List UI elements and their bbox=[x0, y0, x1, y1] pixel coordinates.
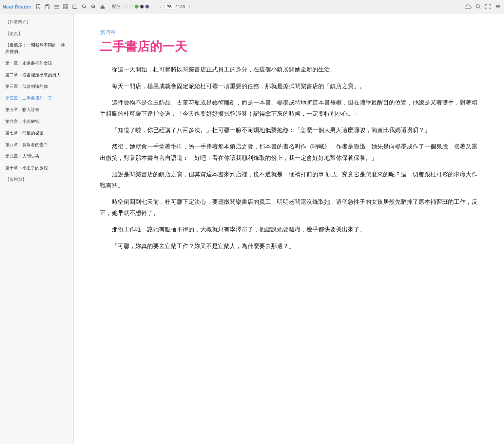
paragraph-3: 「知道了啦，你已經講了八百多次。」杜可馨一臉不耐煩地低聲抱怨：「怎麼一個大男人這… bbox=[100, 125, 478, 136]
color-section bbox=[124, 5, 149, 9]
color-light[interactable] bbox=[129, 5, 133, 9]
chapter-title: 二手書店的一天 bbox=[100, 39, 478, 55]
bookmark-icon[interactable] bbox=[35, 3, 42, 10]
svg-point-19 bbox=[476, 5, 479, 8]
color-white[interactable] bbox=[124, 5, 128, 9]
sidebar-item-colorful[interactable]: 【彩頁】 bbox=[0, 28, 73, 40]
svg-line-12 bbox=[85, 8, 86, 9]
svg-line-14 bbox=[94, 8, 95, 9]
sidebar-item-ch3[interactable]: 第三章：似曾相識的你 bbox=[0, 81, 73, 92]
search-toolbar-icon[interactable] bbox=[475, 3, 482, 10]
svg-rect-7 bbox=[64, 7, 65, 9]
paragraph-0: 從這一天開始，杜可馨將以閱樂書店正式員工的身分，在這個小鎮展開她全新的生活。 bbox=[100, 64, 478, 75]
sidebar-item-ch1[interactable]: 第一章：走進書裡的女孩 bbox=[0, 57, 73, 69]
toolbar-separator-1 bbox=[109, 4, 109, 10]
svg-rect-8 bbox=[66, 7, 68, 9]
color-dark[interactable] bbox=[140, 5, 144, 9]
chapter-label: 第四章 bbox=[100, 29, 478, 36]
paragraph-2: 這件寶物不是金玉飾品、古董花瓶或是藝術雕刻，而是一本書。楊墨成特地將這本書裱框，… bbox=[100, 97, 478, 119]
color-label: 配色 bbox=[112, 4, 120, 10]
svg-rect-5 bbox=[64, 5, 65, 6]
grid-icon[interactable] bbox=[62, 3, 69, 10]
paragraph-6: 時空倒回到七天前，杜可馨下定決心，要應徵閱樂書店的員工，明明老闆還沒錄取她，這個… bbox=[100, 196, 478, 219]
main-layout: 【作者簡介】【彩頁】【推薦序：一間截然不同的「巷弄裡的...第一章：走進書裡的女… bbox=[0, 13, 504, 444]
page-current[interactable]: 76 bbox=[165, 4, 174, 10]
sidebar-item-ch7[interactable]: 第七章：門後的祕密 bbox=[0, 127, 73, 139]
app-title: Neat Reader bbox=[3, 4, 31, 10]
svg-rect-9 bbox=[73, 5, 77, 9]
sidebar-item-ch6[interactable]: 第六章：小說解密 bbox=[0, 116, 73, 127]
page-total: / 186 bbox=[176, 4, 185, 9]
svg-line-20 bbox=[479, 8, 480, 9]
svg-rect-1 bbox=[45, 6, 48, 9]
sidebar-item-ch10[interactable]: 第十章：小王子的旅程 bbox=[0, 162, 73, 174]
menu-icon[interactable] bbox=[53, 3, 60, 10]
next-page-button[interactable]: › bbox=[186, 4, 192, 10]
sidebar: 【作者簡介】【彩頁】【推薦序：一間截然不同的「巷弄裡的...第一章：走進書裡的女… bbox=[0, 13, 74, 444]
color-navy[interactable] bbox=[145, 5, 149, 9]
toolbar: Neat Reader 配色 ‹ 76 / 186 › bbox=[0, 0, 504, 13]
chapter-content: 從這一天開始，杜可馨將以閱樂書店正式員工的身分，在這個小鎮展開她全新的生活。每天… bbox=[100, 64, 478, 251]
content-area: 第四章 二手書店的一天 從這一天開始，杜可馨將以閱樂書店正式員工的身分，在這個小… bbox=[74, 13, 504, 444]
sidebar-item-author[interactable]: 【作者簡介】 bbox=[0, 16, 73, 28]
paragraph-7: 那份工作唯一讓她有點捨不得的，大概就只有李澤暄了，他聽說她要離職，幾乎都快要哭出… bbox=[100, 224, 478, 235]
panel-icon[interactable] bbox=[71, 3, 79, 10]
toolbar-right bbox=[465, 3, 501, 10]
paragraph-8: 「可馨，妳真的要去宜蘭工作？妳又不是宜蘭人，為什麼要去那邊？」 bbox=[100, 241, 478, 252]
svg-rect-6 bbox=[66, 5, 68, 6]
sidebar-item-ch2[interactable]: 第二章：從書裡走出來的男人 bbox=[0, 69, 73, 81]
sidebar-item-ch5[interactable]: 第五章：貓大計畫 bbox=[0, 104, 73, 116]
svg-point-11 bbox=[82, 5, 85, 8]
paragraph-5: 雖說是閱樂書店的鎮店之寶，但其實這本書來到店裡，也不過就是一個禮拜前的事而已。究… bbox=[100, 169, 478, 191]
sidebar-item-colophon[interactable]: 【版權頁】 bbox=[0, 174, 73, 185]
toolbar-separator-2 bbox=[153, 4, 153, 10]
sidebar-item-ch9[interactable]: 第九章：人間失格 bbox=[0, 150, 73, 162]
paragraph-4: 然後，她就會一手拿著毛巾，另一手捧著那本鎮店之寶，那本書的書名叫作《吶喊》，作者… bbox=[100, 141, 478, 163]
search-small-icon[interactable] bbox=[81, 3, 88, 10]
cloud-icon[interactable] bbox=[465, 3, 472, 10]
search-large-icon[interactable] bbox=[90, 3, 97, 10]
fullscreen-icon[interactable] bbox=[484, 3, 492, 10]
download-icon[interactable] bbox=[99, 3, 106, 10]
page-navigation: ‹ 76 / 186 › bbox=[157, 4, 192, 10]
paragraph-1: 每天一開店，楊墨成就會固定派給杜可馨一項重要的任務，那就是擦拭閱樂書店的「鎮店之… bbox=[100, 81, 478, 92]
copy-icon[interactable] bbox=[44, 3, 51, 10]
prev-page-button[interactable]: ‹ bbox=[157, 4, 163, 10]
sidebar-item-ch4[interactable]: 第四章：二手書店的一天 bbox=[0, 92, 73, 104]
sidebar-item-ch8[interactable]: 第八章：背叛者的告白 bbox=[0, 139, 73, 151]
color-green[interactable] bbox=[135, 5, 139, 9]
sidebar-item-preface[interactable]: 【推薦序：一間截然不同的「巷弄裡的... bbox=[0, 39, 73, 57]
more-icon[interactable] bbox=[494, 3, 501, 10]
